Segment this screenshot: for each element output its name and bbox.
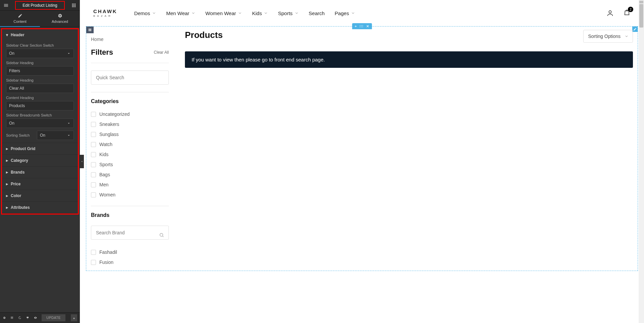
gear-icon [58,13,62,18]
editor-panel: Edit Product Listing Content Advanced ▾ … [0,0,80,323]
checkbox-icon[interactable] [91,182,96,187]
sections-highlight: ▾ Header Sidebar Clear Section Switch On… [1,28,79,215]
tab-advanced[interactable]: Advanced [40,11,80,27]
chevron-down-icon [152,11,156,15]
section-color-toggle[interactable]: ▸Color [2,190,78,201]
user-icon[interactable] [606,9,614,17]
nav-demos[interactable]: Demos [134,10,156,16]
sidebar-heading1-input[interactable] [6,66,74,76]
sorting-switch-label: Sorting Switch [6,133,34,137]
settings-icon[interactable] [3,316,6,320]
checkbox-icon[interactable] [91,122,96,127]
category-item[interactable]: Sports [91,159,169,170]
section-brands-toggle[interactable]: ▸Brands [2,167,78,178]
checkbox-icon[interactable] [91,142,96,147]
editor-tabs: Content Advanced [0,11,80,27]
section-header-label: Header [11,33,24,37]
category-item[interactable]: Uncategorized [91,109,169,119]
brand-search-input[interactable] [91,226,169,240]
update-button[interactable]: UPDATE [42,314,65,321]
edit-section-icon[interactable]: ⁝⁝⁝ [359,24,363,29]
widget-handle[interactable] [86,27,94,33]
add-section-icon[interactable]: + [355,24,357,28]
category-item[interactable]: Men [91,180,169,190]
section-attributes-toggle[interactable]: ▸Attributes [2,202,78,213]
menu-icon[interactable] [3,3,9,8]
section-header-toggle[interactable]: ▾ Header [2,29,78,41]
sidebar-heading2-label: Sidebar Heading [6,78,74,82]
pencil-icon [18,13,22,18]
panel-collapse-handle[interactable] [80,155,84,168]
caret-right-icon: ▸ [6,205,8,210]
caret-right-icon: ▸ [6,158,8,163]
section-price-label: Price [11,182,20,186]
sorting-switch-select[interactable]: On [37,131,74,140]
svg-point-0 [609,11,611,13]
logo[interactable]: CHAWK BAZAR [93,9,117,17]
close-section-icon[interactable]: ✕ [366,24,369,29]
responsive-icon[interactable] [26,316,29,320]
update-options-button[interactable]: ▴ [71,314,77,321]
site-header: CHAWK BAZAR Demos Men Wear Women Wear Ki… [80,0,644,26]
nav-search[interactable]: Search [309,10,325,16]
category-item[interactable]: Sneakers [91,119,169,129]
checkbox-icon[interactable] [91,192,96,197]
brand-item[interactable]: Fusion [91,257,169,267]
tab-content[interactable]: Content [0,11,40,27]
clear-all-link[interactable]: Clear All [154,50,169,55]
section-category-toggle[interactable]: ▸Category [2,155,78,166]
nav-men-wear[interactable]: Men Wear [166,10,195,16]
history-icon[interactable] [18,316,21,320]
section-attributes-label: Attributes [11,205,30,210]
search-icon [159,233,164,238]
checkbox-icon[interactable] [91,152,96,157]
brand-item[interactable]: Fashadil [91,247,169,257]
caret-down-icon: ▾ [6,33,8,37]
quick-search-input[interactable] [91,71,169,85]
preview-scrollbar[interactable] [639,0,644,323]
category-item[interactable]: Sunglass [91,129,169,139]
checkbox-icon[interactable] [91,112,96,117]
category-item[interactable]: Bags [91,170,169,180]
section-controls: + ⁝⁝⁝ ✕ [352,23,372,29]
sidebar-clear-switch-label: Sidebar Clear Section Switch [6,43,74,47]
chevron-left-icon [81,160,83,163]
editor-title: Edit Product Listing [22,3,57,8]
section-header-body: Sidebar Clear Section Switch On Sidebar … [2,41,78,143]
nav-kids[interactable]: Kids [252,10,268,16]
caret-right-icon: ▸ [6,146,8,151]
nav-sports[interactable]: Sports [278,10,298,16]
navigator-icon[interactable] [10,316,13,320]
sidebar-heading2-input[interactable] [6,84,74,93]
products-title: Products [185,30,223,40]
elementor-section[interactable]: + ⁝⁝⁝ ✕ Home Filters Clear All Cat [86,26,638,271]
content-heading-label: Content Heading [6,96,74,100]
chevron-down-icon [238,11,242,15]
checkbox-icon[interactable] [91,250,96,255]
category-item[interactable]: Watch [91,139,169,149]
apps-icon[interactable] [71,3,77,8]
breadcrumb-switch-label: Sidebar Breadcrumb Switch [6,113,74,117]
checkbox-icon[interactable] [91,172,96,177]
content-heading-input[interactable] [6,101,74,110]
section-price-toggle[interactable]: ▸Price [2,178,78,190]
checkbox-icon[interactable] [91,132,96,137]
section-product-grid-label: Product Grid [11,146,35,151]
breadcrumb-switch-select[interactable]: On [6,119,74,128]
nav-women-wear[interactable]: Women Wear [205,10,242,16]
category-item[interactable]: Kids [91,149,169,159]
divider [91,63,169,63]
filters-sidebar: Home Filters Clear All Categories Uncate… [91,30,169,267]
edit-widget-button[interactable] [632,27,638,32]
nav-pages[interactable]: Pages [335,10,355,16]
sorting-dropdown[interactable]: Sorting Options [583,30,633,43]
section-product-grid-toggle[interactable]: ▸Product Grid [2,143,78,154]
cart-button[interactable]: 2 [623,9,631,17]
breadcrumb[interactable]: Home [91,37,169,42]
category-item[interactable]: Women [91,190,169,200]
sidebar-clear-switch-select[interactable]: On [6,49,74,58]
preview-icon[interactable] [34,316,37,320]
checkbox-icon[interactable] [91,260,96,265]
section-color-label: Color [11,193,21,198]
checkbox-icon[interactable] [91,162,96,167]
